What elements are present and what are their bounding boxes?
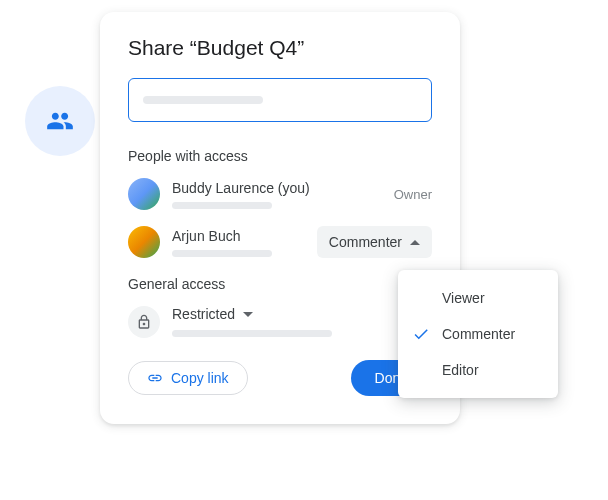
role-menu: Viewer Commenter Editor — [398, 270, 558, 398]
person-email-placeholder — [172, 202, 272, 209]
person-email-placeholder — [172, 250, 272, 257]
copy-link-button[interactable]: Copy link — [128, 361, 248, 395]
access-mode-label: Restricted — [172, 306, 235, 322]
person-info: Arjun Buch — [172, 228, 317, 257]
person-name: Arjun Buch — [172, 228, 317, 244]
chevron-down-icon — [243, 312, 253, 317]
link-icon — [147, 370, 163, 386]
copy-link-label: Copy link — [171, 370, 229, 386]
general-access-label: General access — [128, 276, 432, 292]
avatar — [128, 226, 160, 258]
role-option-label: Commenter — [442, 326, 515, 342]
people-icon — [46, 107, 74, 135]
role-option-editor[interactable]: Editor — [398, 352, 558, 388]
people-search-input[interactable] — [128, 78, 432, 122]
people-section-label: People with access — [128, 148, 432, 164]
access-mode-selector[interactable]: Restricted — [172, 306, 332, 322]
general-access-row: Restricted — [128, 306, 432, 338]
role-dropdown-label: Commenter — [329, 234, 402, 250]
dialog-footer: Copy link Done — [128, 360, 432, 396]
role-option-viewer[interactable]: Viewer — [398, 280, 558, 316]
access-info: Restricted — [172, 306, 332, 337]
lock-icon — [136, 314, 152, 330]
person-row: Arjun Buch Commenter — [128, 226, 432, 258]
role-option-label: Viewer — [442, 290, 485, 306]
person-info: Buddy Laurence (you) — [172, 180, 394, 209]
people-badge — [25, 86, 95, 156]
role-dropdown[interactable]: Commenter — [317, 226, 432, 258]
role-option-label: Editor — [442, 362, 479, 378]
dialog-title: Share “Budget Q4” — [128, 36, 432, 60]
chevron-up-icon — [410, 240, 420, 245]
lock-badge — [128, 306, 160, 338]
check-icon — [412, 325, 430, 343]
person-row: Buddy Laurence (you) Owner — [128, 178, 432, 210]
access-description-placeholder — [172, 330, 332, 337]
role-option-commenter[interactable]: Commenter — [398, 316, 558, 352]
owner-label: Owner — [394, 187, 432, 202]
avatar — [128, 178, 160, 210]
person-name: Buddy Laurence (you) — [172, 180, 394, 196]
input-placeholder — [143, 96, 263, 104]
